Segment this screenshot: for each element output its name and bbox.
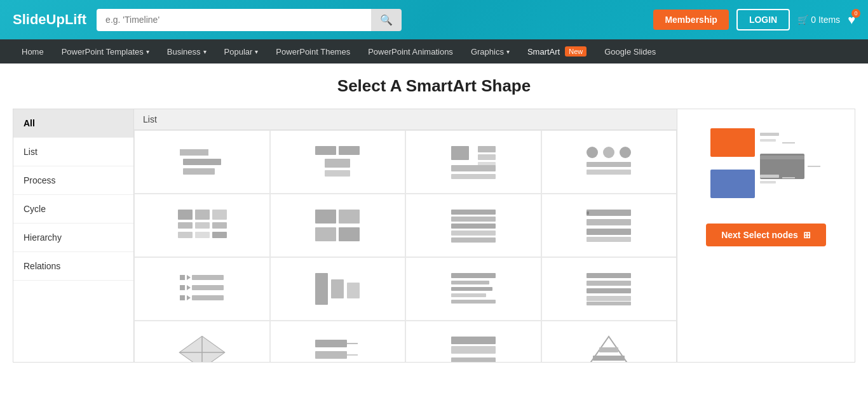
shape-icon — [177, 206, 227, 244]
svg-rect-38 — [587, 211, 589, 215]
grid-cell-2-1[interactable] — [134, 194, 270, 257]
nav-graphics[interactable]: Graphics ▾ — [462, 39, 519, 63]
svg-rect-73 — [451, 337, 496, 344]
nav-ppt-templates[interactable]: PowerPoint Templates ▾ — [53, 39, 158, 63]
shape-icon — [312, 270, 363, 308]
grid-cell-2-4[interactable] — [541, 194, 677, 257]
logo[interactable]: SlideUpLift — [13, 11, 86, 28]
shape-icon — [177, 333, 227, 362]
shape-icon — [583, 143, 634, 181]
sidebar-item-cycle[interactable]: Cycle — [13, 195, 133, 224]
nav-ppt-themes[interactable]: PowerPoint Themes — [267, 39, 359, 63]
next-label: Next Select nodes — [721, 230, 798, 240]
svg-rect-75 — [451, 357, 496, 362]
svg-rect-69 — [315, 351, 347, 359]
chevron-icon: ▾ — [203, 48, 207, 55]
svg-rect-34 — [451, 224, 496, 229]
grid-cell-4-2[interactable] — [270, 321, 406, 362]
sidebar-item-process[interactable]: Process — [13, 166, 133, 195]
grid-cell-1-2[interactable] — [270, 130, 406, 194]
chevron-icon: ▾ — [255, 48, 258, 55]
svg-point-15 — [603, 147, 614, 158]
grid-cell-3-4[interactable] — [541, 257, 677, 321]
grid-cell-4-1[interactable] — [134, 321, 270, 362]
svg-rect-41 — [587, 237, 631, 242]
grid-cell-2-2[interactable] — [270, 194, 406, 257]
svg-rect-77 — [593, 356, 625, 361]
svg-rect-68 — [315, 340, 347, 347]
svg-rect-35 — [451, 230, 496, 236]
svg-point-16 — [620, 147, 631, 158]
grid-cell-1-1[interactable] — [134, 130, 270, 194]
nav-business[interactable]: Business ▾ — [158, 39, 215, 63]
preview-svg — [709, 125, 824, 208]
sidebar: All List Process Cycle Hierarchy Relatio… — [13, 109, 134, 362]
svg-rect-9 — [478, 146, 496, 152]
svg-rect-37 — [587, 210, 631, 216]
grid-cell-4-3[interactable] — [405, 321, 541, 362]
login-button[interactable]: LOGIN — [736, 9, 790, 30]
nav-popular[interactable]: Popular ▾ — [215, 39, 268, 63]
svg-rect-78 — [599, 347, 618, 352]
main-layout: All List Process Cycle Hierarchy Relatio… — [13, 109, 855, 363]
svg-rect-28 — [315, 210, 336, 224]
grid-cell-1-4[interactable] — [541, 130, 677, 194]
svg-rect-54 — [451, 273, 496, 278]
wishlist-icon[interactable]: ♥ 0 — [848, 13, 855, 27]
membership-button[interactable]: Membership — [653, 10, 728, 30]
svg-rect-29 — [339, 210, 360, 224]
search-button[interactable]: 🔍 — [371, 9, 402, 31]
sidebar-item-relations[interactable]: Relations — [13, 252, 133, 281]
svg-point-14 — [587, 147, 598, 158]
svg-rect-19 — [178, 210, 193, 220]
svg-rect-33 — [451, 217, 496, 222]
svg-rect-53 — [347, 283, 360, 298]
search-input[interactable] — [97, 9, 371, 31]
sidebar-item-hierarchy[interactable]: Hierarchy — [13, 224, 133, 252]
svg-rect-80 — [760, 133, 779, 136]
svg-rect-39 — [587, 219, 631, 225]
svg-rect-4 — [315, 146, 336, 155]
svg-marker-49 — [187, 295, 191, 300]
nav-smartart[interactable]: SmartArt New — [519, 39, 595, 63]
svg-marker-43 — [187, 275, 191, 280]
shape-icon — [177, 143, 227, 181]
grid-cell-2-3[interactable] — [405, 194, 541, 257]
svg-rect-88 — [760, 181, 776, 184]
grid-cell-3-2[interactable] — [270, 257, 406, 321]
svg-rect-23 — [195, 222, 210, 229]
grid-cell-1-3[interactable] — [405, 130, 541, 194]
svg-marker-46 — [187, 285, 191, 290]
new-badge: New — [565, 46, 587, 57]
nav-google-slides[interactable]: Google Slides — [595, 39, 665, 63]
svg-rect-6 — [325, 159, 350, 168]
page-title: Select A SmartArt Shape — [13, 76, 855, 96]
wishlist-badge: 0 — [851, 9, 860, 18]
svg-rect-25 — [212, 210, 227, 220]
svg-rect-79 — [710, 128, 755, 157]
sidebar-item-all[interactable]: All — [13, 109, 133, 138]
cart-symbol: 🛒 — [797, 15, 808, 25]
svg-rect-30 — [315, 227, 336, 241]
sidebar-item-list[interactable]: List — [13, 138, 133, 166]
svg-rect-18 — [587, 170, 631, 175]
grid-cell-3-3[interactable] — [405, 257, 541, 321]
next-select-nodes-button[interactable]: Next Select nodes ⊞ — [706, 224, 826, 246]
nav-home[interactable]: Home — [13, 39, 53, 63]
chevron-icon: ▾ — [506, 48, 510, 55]
svg-rect-55 — [451, 281, 489, 284]
svg-rect-3 — [183, 168, 215, 175]
cart-icon[interactable]: 🛒 0 Items — [797, 15, 840, 25]
nav-ppt-animations[interactable]: PowerPoint Animations — [359, 39, 462, 63]
search-bar: 🔍 — [97, 9, 402, 31]
svg-rect-52 — [331, 279, 344, 298]
svg-rect-56 — [451, 287, 492, 291]
grid-cell-3-1[interactable] — [134, 257, 270, 321]
svg-rect-13 — [451, 174, 496, 179]
svg-rect-21 — [178, 232, 193, 238]
header-actions: Membership LOGIN 🛒 0 Items ♥ 0 — [653, 9, 855, 30]
svg-rect-36 — [451, 237, 496, 243]
chevron-icon: ▾ — [146, 48, 149, 55]
svg-rect-17 — [587, 162, 631, 167]
grid-cell-4-4[interactable] — [541, 321, 677, 362]
